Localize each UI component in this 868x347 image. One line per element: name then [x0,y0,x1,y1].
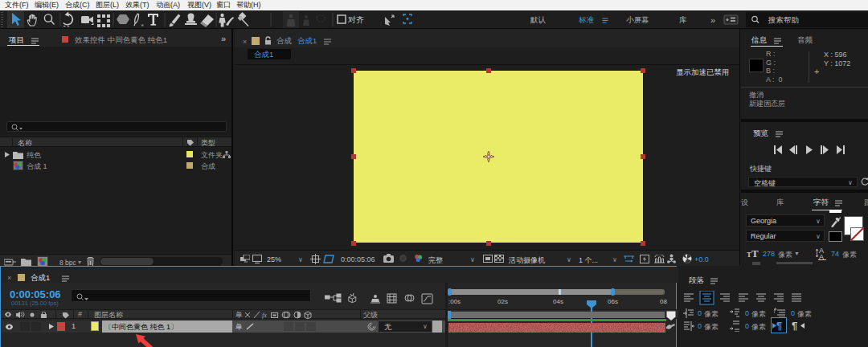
svg-text:»: » [710,15,715,25]
svg-text:小屏幕: 小屏幕 [626,15,649,24]
svg-text:对齐: 对齐 [348,15,364,24]
svg-text:标准: 标准 [578,15,595,24]
svg-text:搜索帮助: 搜索帮助 [768,15,799,24]
svg-text:单: 单 [235,311,243,319]
svg-text:默认: 默认 [530,15,547,24]
svg-text:¶: ¶ [776,320,782,331]
svg-text:A: A [819,253,824,260]
svg-text:库: 库 [679,15,687,24]
svg-text:fx: fx [262,312,267,319]
svg-text:¶: ¶ [792,320,797,331]
svg-text:T: T [751,247,759,258]
